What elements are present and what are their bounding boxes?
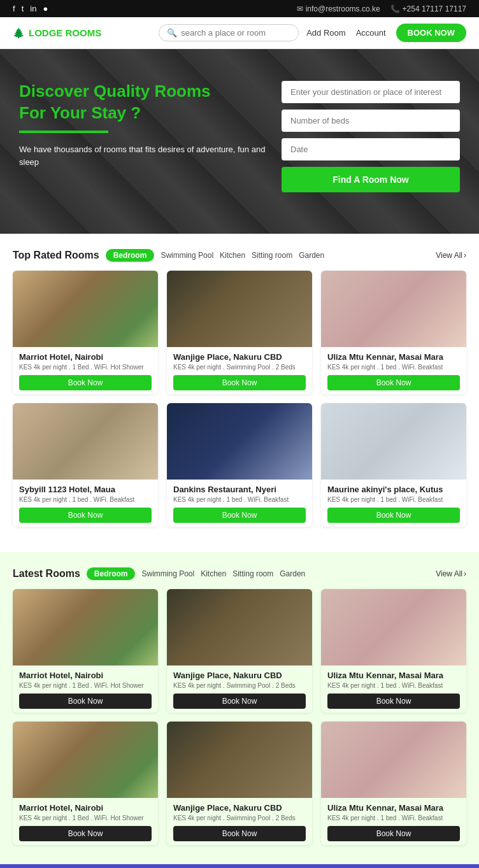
twitter-icon[interactable]: t [22,4,24,13]
room-card: Marriot Hotel, Nairobi KES 4k per night … [13,722,158,845]
room-card: Wanjige Place, Nakuru CBD KES 4k per nig… [167,589,312,713]
phone-contact: 📞 +254 17117 17117 [390,4,466,13]
latest-sitting-room-tab[interactable]: Sitting room [232,569,273,578]
navbar: 🌲 LODGE ROOMS 🔍 Add Room Account BOOK NO… [0,17,479,49]
latest-header: Latest Rooms Bedroom Swimming Pool Kitch… [13,567,466,580]
email-contact: ✉ info@restrooms.co.ke [297,4,380,13]
room-name: Uliza Mtu Kennar, Masai Mara [327,671,460,680]
destination-input[interactable] [282,81,460,103]
room-name: Uliza Mtu Kennar, Masai Mara [327,352,460,362]
room-details: KES 4k per night . Swimming Pool . 2 Bed… [173,364,306,371]
room-details: KES 4k per night . 1 bed . WiFi. Beakfas… [19,496,152,503]
room-card: Dankins Restaurant, Nyeri KES 4k per nig… [167,403,312,527]
room-details: KES 4k per night . 1 bed . WiFi. Beakfas… [327,682,460,689]
room-name: Sybyill 1123 Hotel, Maua [19,485,152,494]
email-icon: ✉ [297,4,303,13]
search-input[interactable] [181,28,290,38]
find-room-button[interactable]: Find A Room Now [282,167,460,192]
room-name: Marriot Hotel, Nairobi [19,352,152,362]
room-name: Uliza Mtu Kennar, Masai Mara [327,803,460,813]
room-details: KES 4k per night . 1 Bed . WiFi. Hot Sho… [19,682,152,689]
beds-input[interactable] [282,110,460,132]
room-details: KES 4k per night . 1 bed . WiFi. Beakfas… [327,496,460,503]
linkedin-icon[interactable]: in [30,4,36,13]
view-all-latest[interactable]: View All › [436,569,466,578]
instagram-icon[interactable]: ● [43,4,48,13]
hero-description: We have thousands of rooms that fits des… [19,143,269,170]
book-now-card-button[interactable]: Book Now [327,375,460,390]
book-now-card-button[interactable]: Book Now [19,508,152,523]
bedroom-pill[interactable]: Bedroom [106,249,155,262]
room-image [321,722,466,798]
latest-title: Latest Rooms [13,568,80,580]
book-now-card-button[interactable]: Book Now [19,375,152,390]
room-card: Marriot Hotel, Nairobi KES 4k per night … [13,271,158,394]
search-bar[interactable]: 🔍 [159,24,299,41]
room-card: Wanjige Place, Nakuru CBD KES 4k per nig… [167,271,312,394]
book-now-card-button[interactable]: Book Now [173,508,306,523]
top-rated-title: Top Rated Rooms [13,250,99,261]
latest-cards-grid: Marriot Hotel, Nairobi KES 4k per night … [13,589,466,845]
room-image [321,271,466,347]
room-card: Uliza Mtu Kennar, Masai Mara KES 4k per … [321,722,466,845]
room-name: Marriot Hotel, Nairobi [19,803,152,813]
latest-swimming-pool-tab[interactable]: Swimming Pool [141,569,194,578]
logo: 🌲 LODGE ROOMS [13,27,101,39]
facebook-icon[interactable]: f [13,4,15,13]
logo-tree-icon: 🌲 [13,27,25,39]
latest-garden-tab[interactable]: Garden [280,569,305,578]
view-all-top-rated[interactable]: View All › [436,251,466,260]
latest-section: Latest Rooms Bedroom Swimming Pool Kitch… [0,552,479,864]
latest-kitchen-tab[interactable]: Kitchen [201,569,226,578]
top-rated-section: Top Rated Rooms Bedroom Swimming Pool Ki… [13,234,466,533]
phone-text: +254 17117 17117 [403,4,466,13]
latest-bedroom-pill[interactable]: Bedroom [87,567,136,580]
room-name: Wanjige Place, Nakuru CBD [173,671,306,680]
account-link[interactable]: Account [356,28,386,38]
room-details: KES 4k per night . Swimming Pool . 2 Bed… [173,815,306,822]
garden-tab[interactable]: Garden [299,251,324,260]
room-image [167,722,312,798]
room-details: KES 4k per night . Swimming Pool . 2 Bed… [173,682,306,689]
room-name: Wanjige Place, Nakuru CBD [173,803,306,813]
hero-left: Discover Quality Rooms For Your Stay ? W… [19,81,269,169]
hero-title-line2: For Your Stay ? [19,103,141,122]
room-image [13,589,158,665]
top-rated-cards-grid: Marriot Hotel, Nairobi KES 4k per night … [13,271,466,527]
hero-title: Discover Quality Rooms For Your Stay ? [19,81,269,124]
book-now-card-button[interactable]: Book Now [173,375,306,390]
room-image [13,403,158,480]
date-input[interactable] [282,138,460,160]
add-room-link[interactable]: Add Room [306,28,345,38]
kitchen-tab[interactable]: Kitchen [220,251,245,260]
room-name: Wanjige Place, Nakuru CBD [173,352,306,362]
book-now-card-button[interactable]: Book Now [19,694,152,709]
book-now-card-button[interactable]: Book Now [327,508,460,523]
nav-links: Add Room Account BOOK NOW [306,24,466,42]
room-image [167,271,312,347]
hero-title-line1: Discover Quality Rooms [19,82,211,101]
room-name: Dankins Restaurant, Nyeri [173,485,306,494]
book-now-card-button[interactable]: Book Now [173,826,306,841]
room-name: Maurine akinyi's place, Kutus [327,485,460,494]
book-now-card-button[interactable]: Book Now [19,826,152,841]
main-content: Top Rated Rooms Bedroom Swimming Pool Ki… [0,234,479,552]
hero-underline [19,131,108,133]
room-details: KES 4k per night . 1 bed . WiFi. Beakfas… [327,364,460,371]
room-details: KES 4k per night . 1 Bed . WiFi. Hot Sho… [19,364,152,371]
room-card: Marriot Hotel, Nairobi KES 4k per night … [13,589,158,713]
room-card: Maurine akinyi's place, Kutus KES 4k per… [321,403,466,527]
room-card: Uliza Mtu Kennar, Masai Mara KES 4k per … [321,271,466,394]
search-icon: 🔍 [167,28,177,38]
book-now-card-button[interactable]: Book Now [327,694,460,709]
top-rated-header: Top Rated Rooms Bedroom Swimming Pool Ki… [13,249,466,262]
hero-form: Find A Room Now [282,81,460,192]
book-now-card-button[interactable]: Book Now [173,694,306,709]
book-now-card-button[interactable]: Book Now [327,826,460,841]
swimming-pool-tab[interactable]: Swimming Pool [161,251,213,260]
room-image [321,403,466,480]
sitting-room-tab[interactable]: Sitting room [252,251,292,260]
book-now-button[interactable]: BOOK NOW [396,24,466,42]
email-text: info@restrooms.co.ke [306,4,380,13]
room-card: Wanjige Place, Nakuru CBD KES 4k per nig… [167,722,312,845]
